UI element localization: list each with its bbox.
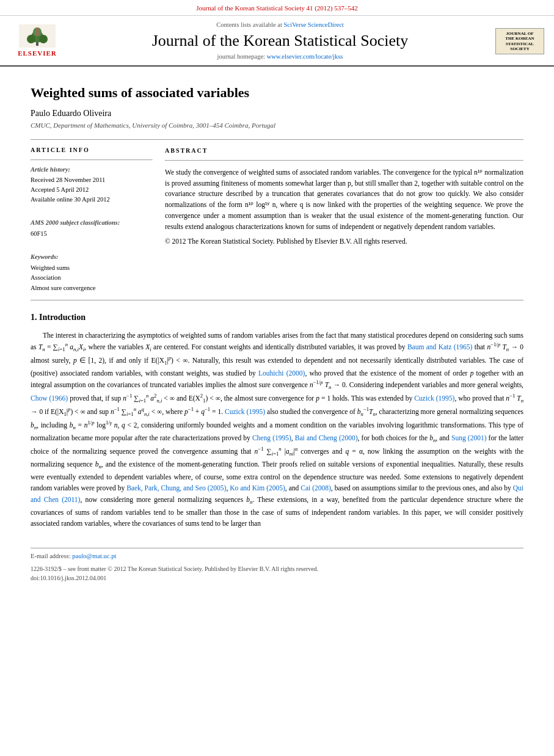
ref-baek[interactable]: Baek, Park, Chung, and Seo (2005) xyxy=(126,484,226,492)
footer-section: E-mail address: paulo@mat.uc.pt 1226-319… xyxy=(31,548,523,583)
journal-homepage: journal homepage: www.elsevier.com/locat… xyxy=(72,53,488,62)
affiliation: CMUC, Department of Mathematics, Univers… xyxy=(31,121,523,130)
history-label: Article history: xyxy=(31,165,153,175)
keywords-label: Keywords: xyxy=(31,253,153,262)
paper-title: Weighted sums of associated variables xyxy=(31,84,523,103)
article-meta-section: ARTICLE INFO Article history: Received 2… xyxy=(31,146,523,294)
ams-label: AMS 2000 subject classifications: xyxy=(31,219,153,228)
keywords-list: Weighted sums Association Almost sure co… xyxy=(31,263,153,294)
article-info-heading: ARTICLE INFO xyxy=(31,146,153,154)
journal-reference: Journal of the Korean Statistical Societ… xyxy=(0,0,554,16)
divider-1 xyxy=(31,139,523,140)
article-info-column: ARTICLE INFO Article history: Received 2… xyxy=(31,146,153,294)
introduction-section: 1. Introduction The interest in characte… xyxy=(31,311,523,529)
ref-cuzick[interactable]: Cuzick (1995) xyxy=(414,394,454,402)
elsevier-tree-icon xyxy=(19,24,56,48)
homepage-link[interactable]: www.elsevier.com/locate/jkss xyxy=(267,53,343,60)
svg-point-3 xyxy=(27,35,35,43)
abstract-column: ABSTRACT We study the convergence of wei… xyxy=(165,146,523,294)
license-line-1: 1226-3192/$ – see front matter © 2012 Th… xyxy=(31,564,523,573)
introduction-paragraph-1: The interest in characterizing the asymp… xyxy=(31,330,523,529)
elsevier-label: ELSEVIER xyxy=(18,49,57,58)
ref-chow[interactable]: Chow (1966) xyxy=(31,394,68,402)
publisher-logo: ELSEVIER xyxy=(10,24,65,58)
ref-louhichi[interactable]: Louhichi (2000) xyxy=(258,369,305,377)
ref-baum-katz[interactable]: Baum and Katz (1965) xyxy=(407,343,473,351)
svg-point-4 xyxy=(39,35,48,43)
keyword-3: Almost sure convergence xyxy=(31,283,153,294)
abstract-heading: ABSTRACT xyxy=(165,146,523,155)
ref-bai-cheng[interactable]: Bai and Cheng (2000) xyxy=(295,434,358,442)
svg-rect-7 xyxy=(35,31,39,36)
journal-title: Journal of the Korean Statistical Societ… xyxy=(72,31,488,50)
author-name: Paulo Eduardo Oliveira xyxy=(31,107,523,120)
abstract-text: We study the convergence of weighted sum… xyxy=(165,167,523,233)
received-date: Received 28 November 2011 xyxy=(31,175,153,185)
accepted-date: Accepted 5 April 2012 xyxy=(31,185,153,195)
divider-2 xyxy=(31,300,523,300)
email-line: E-mail address: paulo@mat.uc.pt xyxy=(31,552,523,561)
available-date: Available online 30 April 2012 xyxy=(31,195,153,205)
ref-cheng[interactable]: Cheng (1995) xyxy=(252,434,291,442)
copyright-line: © 2012 The Korean Statistical Society. P… xyxy=(165,236,523,247)
introduction-heading: 1. Introduction xyxy=(31,311,523,324)
ams-value: 60F15 xyxy=(31,229,153,239)
journal-header-center: Contents lists available at SciVerse Sci… xyxy=(72,21,488,62)
sciverse-line: Contents lists available at SciVerse Sci… xyxy=(72,21,488,30)
ref-cai[interactable]: Cai (2008) xyxy=(301,484,331,492)
journal-logo-box: JOURNAL OFTHE KOREANSTATISTICALSOCIETY xyxy=(495,28,544,55)
main-content: Weighted sums of associated variables Pa… xyxy=(0,67,554,595)
email-link[interactable]: paulo@mat.uc.pt xyxy=(72,553,116,559)
journal-logo-box-container: JOURNAL OFTHE KOREANSTATISTICALSOCIETY xyxy=(495,28,544,55)
keyword-2: Association xyxy=(31,273,153,283)
abstract-divider xyxy=(165,160,523,161)
svg-point-6 xyxy=(35,27,39,31)
keyword-1: Weighted sums xyxy=(31,263,153,274)
license-line-2: doi:10.1016/j.jkss.2012.04.001 xyxy=(31,573,523,583)
ref-ko-kim[interactable]: Ko and Kim (2005) xyxy=(230,484,285,492)
info-divider xyxy=(31,159,153,161)
ref-sung[interactable]: Sung (2001) xyxy=(451,434,486,442)
journal-header: ELSEVIER Contents lists available at Sci… xyxy=(0,16,554,67)
sciverse-link[interactable]: SciVerse ScienceDirect xyxy=(283,21,343,28)
ref-cuzick2[interactable]: Cuzick (1995) xyxy=(225,408,265,415)
